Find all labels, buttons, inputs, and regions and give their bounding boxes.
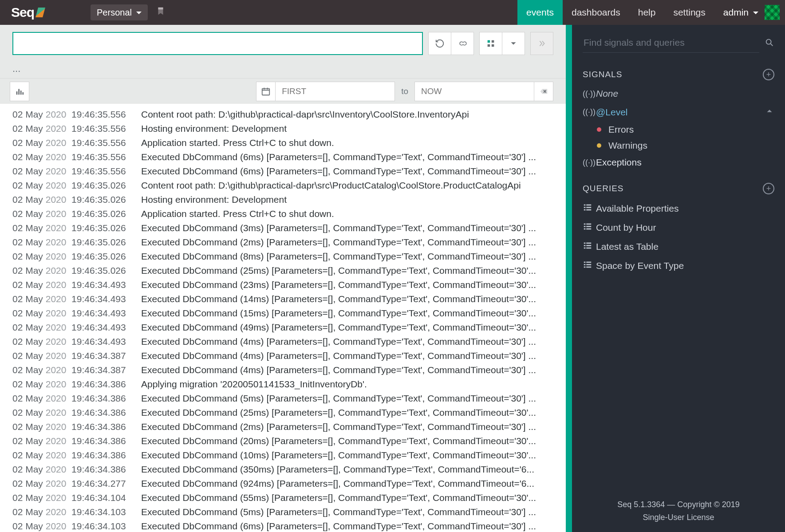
event-row[interactable]: 02 May 2020 19:46:34.103Executed DbComma…: [12, 519, 566, 532]
tail-button[interactable]: [451, 32, 474, 55]
warning-dot-icon: [597, 143, 601, 148]
event-message: Executed DbCommand (25ms) [Parameters=[]…: [141, 264, 566, 278]
query-item[interactable]: Available Properties: [572, 199, 785, 218]
signals-heading: SIGNALS: [583, 70, 622, 79]
event-row[interactable]: 02 May 2020 19:46:34.277Executed DbComma…: [12, 477, 566, 491]
event-row[interactable]: 02 May 2020 19:46:35.026Application star…: [12, 207, 566, 221]
search-icon[interactable]: [765, 38, 774, 50]
event-timestamp: 02 May 2020 19:46:35.026: [12, 235, 141, 249]
nav-events[interactable]: events: [517, 0, 563, 25]
query-item[interactable]: Latest as Table: [572, 237, 785, 256]
event-row[interactable]: 02 May 2020 19:46:35.556Hosting environm…: [12, 122, 566, 136]
signal-exceptions[interactable]: ((·)) Exceptions: [572, 154, 785, 171]
nav: eventsdashboardshelpsettings admin: [517, 0, 785, 25]
event-row[interactable]: 02 May 2020 19:46:34.386Executed DbComma…: [12, 391, 566, 406]
refresh-button[interactable]: [428, 32, 451, 55]
event-row[interactable]: 02 May 2020 19:46:35.026Content root pat…: [12, 178, 566, 193]
event-row[interactable]: 02 May 2020 19:46:35.026Executed DbComma…: [12, 235, 566, 249]
svg-rect-12: [584, 207, 586, 208]
nav-settings[interactable]: settings: [664, 0, 714, 25]
main-pane: ... to 02 May 2020 19:46:35.556Content r…: [0, 25, 566, 532]
event-row[interactable]: 02 May 2020 19:46:34.103Executed DbComma…: [12, 505, 566, 519]
signal-none[interactable]: ((·)) None: [572, 85, 785, 102]
event-row[interactable]: 02 May 2020 19:46:34.493Executed DbComma…: [12, 306, 566, 320]
svg-rect-22: [584, 243, 586, 244]
event-message: Executed DbCommand (15ms) [Parameters=[]…: [141, 306, 566, 320]
event-row[interactable]: 02 May 2020 19:46:34.386Executed DbComma…: [12, 462, 566, 477]
queries-heading: QUERIES: [583, 184, 624, 193]
signal-warnings[interactable]: Warnings: [572, 138, 785, 154]
calendar-button[interactable]: [256, 82, 276, 101]
event-row[interactable]: 02 May 2020 19:46:35.556Executed DbComma…: [12, 164, 566, 178]
nav-help[interactable]: help: [629, 0, 665, 25]
event-row[interactable]: 02 May 2020 19:46:35.556Application star…: [12, 136, 566, 150]
event-row[interactable]: 02 May 2020 19:46:35.026Executed DbComma…: [12, 264, 566, 278]
signal-icon: ((·)): [583, 107, 596, 117]
search-row: [0, 25, 566, 62]
event-row[interactable]: 02 May 2020 19:46:34.493Executed DbComma…: [12, 335, 566, 349]
svg-rect-29: [586, 262, 591, 263]
query-input[interactable]: [12, 32, 423, 55]
signal-level[interactable]: ((·)) @Level: [572, 102, 785, 122]
event-row[interactable]: 02 May 2020 19:46:34.493Executed DbComma…: [12, 278, 566, 292]
event-message: Executed DbCommand (4ms) [Parameters=[],…: [141, 349, 566, 363]
add-query-button[interactable]: +: [763, 183, 774, 194]
bookmark-icon[interactable]: [156, 6, 166, 19]
histogram-button[interactable]: [10, 82, 29, 101]
event-row[interactable]: 02 May 2020 19:46:34.493Executed DbComma…: [12, 320, 566, 335]
event-row[interactable]: 02 May 2020 19:46:35.556Content root pat…: [12, 107, 566, 122]
event-timestamp: 02 May 2020 19:46:34.493: [12, 320, 141, 335]
logo[interactable]: Seq: [11, 5, 44, 20]
svg-rect-20: [584, 229, 586, 230]
nav-dashboards[interactable]: dashboards: [563, 0, 629, 25]
event-message: Executed DbCommand (10ms) [Parameters=[]…: [141, 448, 566, 462]
svg-rect-15: [586, 209, 591, 211]
event-row[interactable]: 02 May 2020 19:46:34.386Applying migrati…: [12, 377, 566, 391]
workspace-dropdown[interactable]: Personal: [91, 4, 148, 20]
clear-time-button[interactable]: [534, 82, 553, 101]
event-row[interactable]: 02 May 2020 19:46:34.493Executed DbComma…: [12, 292, 566, 306]
breadcrumb-ellipsis[interactable]: ...: [0, 62, 566, 78]
svg-rect-33: [586, 267, 591, 268]
find-signals-input[interactable]: [583, 35, 759, 53]
top-bar: Seq Personal eventsdashboardshelpsetting…: [0, 0, 785, 25]
event-timestamp: 02 May 2020 19:46:34.103: [12, 519, 141, 532]
view-grid-button[interactable]: [479, 32, 502, 55]
user-menu[interactable]: admin: [714, 5, 785, 20]
event-row[interactable]: 02 May 2020 19:46:35.026Executed DbComma…: [12, 249, 566, 264]
time-to-input[interactable]: [414, 82, 534, 101]
workspace-label: Personal: [97, 8, 132, 18]
svg-rect-24: [584, 245, 586, 246]
event-message: Executed DbCommand (6ms) [Parameters=[],…: [141, 150, 566, 164]
event-timestamp: 02 May 2020 19:46:34.386: [12, 462, 141, 477]
event-row[interactable]: 02 May 2020 19:46:34.387Executed DbComma…: [12, 349, 566, 363]
event-row[interactable]: 02 May 2020 19:46:34.386Executed DbComma…: [12, 420, 566, 434]
more-button[interactable]: [530, 32, 553, 55]
svg-rect-11: [586, 205, 591, 206]
query-item[interactable]: Space by Event Type: [572, 256, 785, 275]
add-signal-button[interactable]: +: [763, 69, 774, 80]
event-row[interactable]: 02 May 2020 19:46:34.386Executed DbComma…: [12, 406, 566, 420]
chevron-up-icon: [765, 106, 774, 118]
event-row[interactable]: 02 May 2020 19:46:34.387Executed DbComma…: [12, 363, 566, 377]
event-row[interactable]: 02 May 2020 19:46:35.026Hosting environm…: [12, 193, 566, 207]
event-row[interactable]: 02 May 2020 19:46:35.026Executed DbComma…: [12, 221, 566, 235]
event-message: Executed DbCommand (4ms) [Parameters=[],…: [141, 335, 566, 349]
event-list[interactable]: 02 May 2020 19:46:35.556Content root pat…: [0, 104, 566, 532]
event-row[interactable]: 02 May 2020 19:46:35.556Executed DbComma…: [12, 150, 566, 164]
logo-text: Seq: [11, 5, 34, 20]
event-row[interactable]: 02 May 2020 19:46:34.104Executed DbComma…: [12, 491, 566, 505]
event-timestamp: 02 May 2020 19:46:34.493: [12, 278, 141, 292]
event-row[interactable]: 02 May 2020 19:46:34.386Executed DbComma…: [12, 434, 566, 448]
svg-rect-10: [584, 205, 586, 206]
signal-icon: ((·)): [583, 89, 596, 99]
signal-errors[interactable]: Errors: [572, 122, 785, 138]
query-label: Available Properties: [596, 203, 678, 214]
error-dot-icon: [597, 127, 601, 132]
query-item[interactable]: Count by Hour: [572, 218, 785, 237]
panel-resize-handle[interactable]: [566, 25, 572, 532]
event-message: Executed DbCommand (3ms) [Parameters=[],…: [141, 221, 566, 235]
event-row[interactable]: 02 May 2020 19:46:34.386Executed DbComma…: [12, 448, 566, 462]
time-from-input[interactable]: [275, 82, 395, 101]
view-dropdown-button[interactable]: [502, 32, 525, 55]
